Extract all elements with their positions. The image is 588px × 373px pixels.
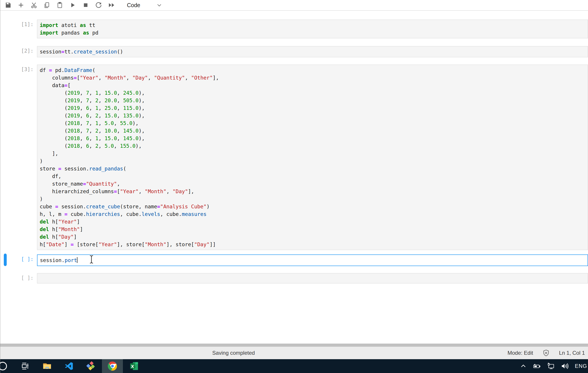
volume-icon[interactable] [561,363,569,370]
code-line: store_name="Quantity", [40,180,585,188]
restart-kernel-icon[interactable] [94,1,104,10]
cut-cell-icon[interactable] [29,1,39,10]
cortana-icon[interactable] [0,359,13,373]
cell-editor[interactable]: session.port [37,254,588,266]
cell-prompt: [1]: [0,20,37,38]
task-view-icon[interactable] [15,359,36,373]
cell-editor[interactable]: import atoti as ttimport pandas as pd [37,20,588,38]
copy-cell-icon[interactable] [42,1,52,10]
cell-prompt: [ ]: [0,273,37,283]
save-icon[interactable] [3,1,13,10]
file-explorer-icon[interactable] [37,359,58,373]
notebook-panel[interactable]: [1]:import atoti as ttimport pandas as p… [0,11,588,343]
code-line: del h["Day"] [40,233,585,241]
cell-editor[interactable]: session=tt.create_session() [37,46,588,57]
add-cell-icon[interactable] [16,1,26,10]
code-line: hierarchized_columns=["Year", "Month", "… [40,188,585,195]
status-message: Saving completed [212,350,255,356]
code-line: del h["Month"] [40,225,585,233]
desktop-screen: Code [1]:import atoti as ttimport pandas… [0,0,588,373]
notebook-cell[interactable]: [ ]:session.port [0,254,588,266]
code-line: df, [40,172,585,180]
cell-editor[interactable]: df = pd.DataFrame( columns=["Year", "Mon… [37,65,588,250]
code-line: (2019, 6, 2, 15.0, 135.0), [40,112,585,120]
notebook-cell[interactable]: [2]:session=tt.create_session() [0,46,588,57]
paste-cell-icon[interactable] [55,1,65,10]
windows-taskbar: X ENG [0,359,588,373]
cursor-position-indicator[interactable]: Ln 1, Col 1 [559,350,585,356]
network-icon[interactable] [547,363,555,370]
notebook-cell[interactable]: [ ]: [0,273,588,283]
code-line: df = pd.DataFrame( [40,66,585,74]
restart-run-all-icon[interactable] [106,1,117,10]
cell-prompt: [2]: [0,46,37,57]
code-line: (2019, 7, 2, 20.0, 505.0), [40,97,585,104]
svg-text:X: X [131,364,134,369]
tray-expand-icon[interactable] [520,363,527,369]
shield-x-icon[interactable] [543,349,550,356]
code-line: (2018, 6, 1, 15.0, 145.0), [40,135,585,142]
code-line: data=[ [40,81,585,89]
code-line: ) [40,157,585,165]
excel-icon[interactable]: X [124,359,145,373]
mouse-ibeam-cursor [89,255,94,264]
code-line: (2019, 7, 1, 15.0, 245.0), [40,89,585,97]
code-line: h, l, m = cube.hierarchies, cube.levels,… [40,210,585,218]
cell-type-dropdown[interactable]: Code [127,2,162,9]
text-caret [77,257,77,263]
diamond-app-icon[interactable] [80,359,101,373]
active-cell-collapser[interactable] [4,253,7,266]
battery-charging-icon[interactable] [533,363,541,369]
notebook-cell[interactable]: [1]:import atoti as ttimport pandas as p… [0,20,588,38]
chrome-icon[interactable] [102,359,123,373]
code-line: h["Date"] = [store["Year"], store["Month… [40,241,585,248]
cell-type-label: Code [127,2,140,9]
run-cell-icon[interactable] [68,1,78,10]
code-line: session=tt.create_session() [40,48,585,55]
stop-kernel-icon[interactable] [81,1,91,10]
notebook-toolbar: Code [0,0,588,11]
horizontal-scrollbar[interactable] [0,343,588,347]
code-line: del h["Year"] [40,218,585,225]
code-line: (2018, 7, 1, 5.0, 55.0), [40,120,585,127]
code-line: ], [40,150,585,157]
code-line: import pandas as pd [40,29,585,37]
notebook-cell[interactable]: [3]:df = pd.DataFrame( columns=["Year", … [0,65,588,250]
code-line: (2018, 6, 2, 5.0, 155.0), [40,142,585,150]
code-line: store = session.read_pandas( [40,165,585,172]
cell-editor[interactable] [37,273,588,283]
code-line: session.port [40,256,585,264]
notebook-cells: [1]:import atoti as ttimport pandas as p… [0,20,588,283]
code-line: cube = session.create_cube(store, name="… [40,203,585,210]
chevron-down-icon [156,2,162,8]
code-line: columns=["Year", "Month", "Day", "Quanti… [40,74,585,81]
mode-indicator[interactable]: Mode: Edit [507,350,533,356]
cell-prompt: [3]: [0,65,37,250]
code-line: (2019, 6, 1, 25.0, 115.0), [40,104,585,112]
code-line: ) [40,195,585,203]
status-bar: Saving completed Mode: Edit Ln 1, Col 1 [0,347,588,359]
vscode-icon[interactable] [58,359,79,373]
code-line: (2018, 7, 2, 10.0, 145.0), [40,127,585,135]
code-line: import atoti as tt [40,21,585,29]
language-indicator[interactable]: ENG [575,363,587,369]
